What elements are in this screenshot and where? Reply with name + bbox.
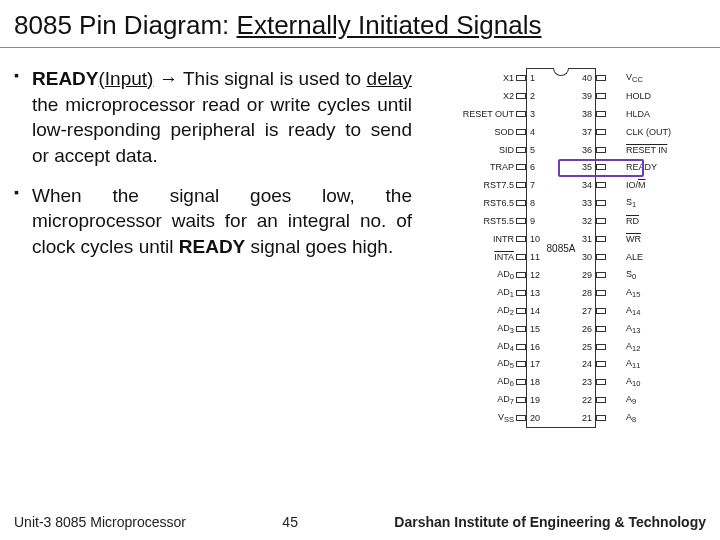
pin-label: TRAP	[490, 162, 514, 172]
pin-37: 37CLK (OUT)	[579, 123, 595, 141]
pin-label: HOLD	[626, 91, 651, 101]
pin-label: SOD	[494, 127, 514, 137]
pin-label: RD	[626, 216, 639, 226]
pin-lead	[596, 415, 606, 421]
pin-lead	[596, 93, 606, 99]
pin-14: 14AD2	[527, 302, 561, 320]
chip-body: 1X12X23RESET OUT4SOD5SID6TRAP7RST7.58RST…	[526, 68, 596, 428]
pin-lead	[516, 415, 526, 421]
pin-label: VCC	[626, 72, 643, 85]
pin-15: 15AD3	[527, 320, 561, 338]
pin-label: HLDA	[626, 109, 650, 119]
pin-lead	[596, 326, 606, 332]
pin-lead	[516, 290, 526, 296]
pin-16: 16AD4	[527, 338, 561, 356]
pin-lead	[516, 182, 526, 188]
pin-lead	[596, 218, 606, 224]
pin-lead	[516, 397, 526, 403]
pin-lead	[516, 147, 526, 153]
text-column: READY(Input) → This signal is used to de…	[14, 66, 412, 428]
pin-label: A11	[626, 358, 640, 371]
pin-34: 34IO/M	[579, 176, 595, 194]
footer: Unit-3 8085 Microprocessor 45 Darshan In…	[0, 514, 720, 530]
bullet-item: When the signal goes low, the microproce…	[14, 183, 412, 260]
pin-20: 20VSS	[527, 409, 561, 427]
pin-label: IO/M	[626, 180, 646, 190]
pin-lead	[516, 218, 526, 224]
pin-30: 30ALE	[579, 248, 595, 266]
pin-label: RST6.5	[483, 198, 514, 208]
slide-title: 8085 Pin Diagram: Externally Initiated S…	[0, 0, 720, 48]
pin-label: RESET IN	[626, 145, 667, 155]
pin-lead	[596, 290, 606, 296]
pin-1: 1X1	[527, 69, 561, 87]
pin-label: RST7.5	[483, 180, 514, 190]
pin-lead	[596, 236, 606, 242]
pin-label: CLK (OUT)	[626, 127, 671, 137]
pin-13: 13AD1	[527, 284, 561, 302]
pin-lead	[516, 344, 526, 350]
pin-label: INTA	[494, 252, 514, 262]
pin-lead	[516, 254, 526, 260]
pin-label: WR	[626, 234, 641, 244]
pin-label: X1	[503, 73, 514, 83]
pin-label: VSS	[498, 412, 514, 425]
pin-lead	[516, 272, 526, 278]
bullet-item: READY(Input) → This signal is used to de…	[14, 66, 412, 169]
pin-label: A12	[626, 340, 640, 353]
pin-12: 12AD0	[527, 266, 561, 284]
pin-lead	[596, 379, 606, 385]
pin-label: AD1	[497, 286, 514, 299]
pin-label: AD0	[497, 269, 514, 282]
pin-28: 28A15	[579, 284, 595, 302]
pin-label: AD7	[497, 394, 514, 407]
pin-label: X2	[503, 91, 514, 101]
pin-7: 7RST7.5	[527, 176, 561, 194]
pin-label: A14	[626, 304, 640, 317]
pin-lead	[596, 397, 606, 403]
pin-lead	[516, 164, 526, 170]
pin-17: 17AD5	[527, 356, 561, 374]
pin-24: 24A11	[579, 356, 595, 374]
pin-lead	[516, 326, 526, 332]
pin-lead	[596, 182, 606, 188]
pin-5: 5SID	[527, 141, 561, 159]
pin-lead	[516, 308, 526, 314]
pin-lead	[596, 344, 606, 350]
pin-label: A13	[626, 322, 640, 335]
pin-33: 33S1	[579, 194, 595, 212]
pin-39: 39HOLD	[579, 87, 595, 105]
pin-lead	[516, 361, 526, 367]
pin-lead	[596, 75, 606, 81]
pin-31: 31WR	[579, 230, 595, 248]
pin-38: 38HLDA	[579, 105, 595, 123]
pin-label: ALE	[626, 252, 643, 262]
footer-left: Unit-3 8085 Microprocessor	[14, 514, 186, 530]
pin-lead	[516, 93, 526, 99]
pin-lead	[596, 111, 606, 117]
pin-label: RESET OUT	[463, 109, 514, 119]
pin-label: INTR	[493, 234, 514, 244]
pin-18: 18AD6	[527, 373, 561, 391]
pin-19: 19AD7	[527, 391, 561, 409]
pin-lead	[516, 129, 526, 135]
pin-label: READY	[626, 162, 657, 172]
pin-label: A9	[626, 394, 636, 407]
pin-6: 6TRAP	[527, 159, 561, 177]
title-underlined: Externally Initiated Signals	[237, 10, 542, 40]
pin-lead	[596, 361, 606, 367]
pin-label: AD2	[497, 304, 514, 317]
footer-right: Darshan Institute of Engineering & Techn…	[394, 514, 706, 530]
chip-diagram: 1X12X23RESET OUT4SOD5SID6TRAP7RST7.58RST…	[526, 68, 596, 428]
pin-label: AD5	[497, 358, 514, 371]
pin-40: 40VCC	[579, 69, 595, 87]
pin-9: 9RST5.5	[527, 212, 561, 230]
chip-name: 8085A	[547, 243, 576, 254]
chip-diagram-wrap: 1X12X23RESET OUT4SOD5SID6TRAP7RST7.58RST…	[412, 66, 710, 428]
pin-35: 35READY	[579, 159, 595, 177]
pin-23: 23A10	[579, 373, 595, 391]
footer-page-number: 45	[186, 514, 394, 530]
pin-label: A10	[626, 376, 640, 389]
pin-8: 8RST6.5	[527, 194, 561, 212]
pin-label: AD3	[497, 322, 514, 335]
